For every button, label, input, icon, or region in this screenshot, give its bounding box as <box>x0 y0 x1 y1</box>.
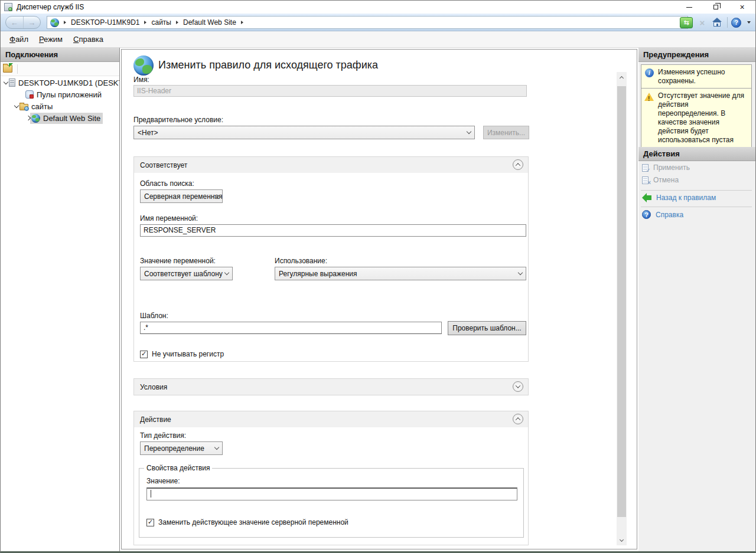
pattern-label: Шаблон: <box>140 312 168 320</box>
ignore-case-row: ✓ Не учитывать регистр <box>140 350 224 358</box>
chevron-up-icon <box>516 417 520 422</box>
precondition-label: Предварительное условие: <box>133 116 223 124</box>
usage-label: Использование: <box>275 257 327 265</box>
create-connection-icon[interactable] <box>3 65 12 73</box>
breadcrumb-arrow-icon <box>241 21 243 24</box>
tree-item-default-web-site[interactable]: Default Web Site <box>1 112 119 124</box>
breadcrumb-default-web-site[interactable]: Default Web Site <box>183 18 236 27</box>
precondition-value: <Нет> <box>138 129 158 137</box>
tree-item-server[interactable]: DESKTOP-U1MK9D1 (DESKTOP <box>1 77 119 89</box>
name-input: IIS-Header <box>133 85 527 97</box>
menu-file[interactable]: Файл <box>4 32 34 46</box>
replace-value-label: Заменить действующее значение серверной … <box>158 518 348 526</box>
window-title: Диспетчер служб IIS <box>17 3 84 11</box>
iis-manager-window: Диспетчер служб IIS × ← → DESKTOP-U1MK9D… <box>0 0 756 553</box>
warning-alert-text: Отсутствует значение для действия переоп… <box>658 91 744 153</box>
chevron-up-icon <box>516 163 520 168</box>
apply-label: Применить <box>653 163 690 172</box>
action-type-select[interactable]: Переопределение <box>140 441 223 455</box>
refresh-icon[interactable]: ⇆ <box>680 17 693 28</box>
match-section-title: Соответствует <box>140 161 187 169</box>
minimize-button[interactable] <box>676 1 702 14</box>
info-alert-text: Изменения успешно сохранены. <box>658 68 725 85</box>
breadcrumb-arrow-icon <box>176 21 178 24</box>
action-section-title: Действие <box>140 415 171 424</box>
page-globe-icon <box>133 55 154 76</box>
action-properties-legend: Свойства действия <box>144 464 212 472</box>
toolbar-separator <box>17 64 18 74</box>
help-icon[interactable]: ? <box>731 18 741 28</box>
back-button[interactable]: ← <box>6 17 24 28</box>
connections-tree: DESKTOP-U1MK9D1 (DESKTOP Пулы приложений… <box>1 77 119 551</box>
conditions-section-header[interactable]: Условия <box>134 379 528 395</box>
restore-button[interactable] <box>702 1 729 14</box>
toolbar-separator <box>727 17 728 28</box>
variable-name-input[interactable]: RESPONSE_SERVER <box>140 224 526 237</box>
cancel-action: × Отмена <box>642 176 679 184</box>
address-bar[interactable]: DESKTOP-U1MK9D1 сайты Default Web Site <box>47 16 688 29</box>
help-label[interactable]: Справка <box>656 211 683 219</box>
action-type-label: Тип действия: <box>140 431 186 440</box>
value-input[interactable] <box>146 487 517 500</box>
tree-item-app-pools[interactable]: Пулы приложений <box>1 89 119 100</box>
scope-select[interactable]: Серверная переменная <box>140 189 223 203</box>
help-action[interactable]: ? Справка <box>642 210 683 219</box>
close-icon: × <box>647 179 651 186</box>
breadcrumb-arrow-icon <box>144 21 146 24</box>
window-controls: × <box>676 1 755 14</box>
page-title: Изменить правило для исходящего трафика <box>158 59 378 71</box>
menu-help[interactable]: Справка <box>68 32 109 46</box>
collapse-section-button[interactable] <box>513 159 523 170</box>
variable-value-label: Значение переменной: <box>140 257 216 265</box>
tree-item-label: сайты <box>31 102 53 111</box>
forward-button[interactable]: → <box>24 17 41 28</box>
breadcrumb-server[interactable]: DESKTOP-U1MK9D1 <box>71 18 139 27</box>
action-properties-group: Свойства действия Значение: ✓ Заменить д… <box>139 468 524 538</box>
scope-value: Серверная переменная <box>144 192 223 201</box>
connections-panel: Подключения DESKTOP-U1MK9D1 (DESKTOP Пул… <box>1 48 120 551</box>
test-pattern-button[interactable]: Проверить шаблон... <box>448 321 526 335</box>
back-to-rules-label[interactable]: Назад к правилам <box>656 194 716 202</box>
menu-view[interactable]: Режим <box>34 32 68 46</box>
info-icon: i <box>645 68 654 77</box>
scroll-up-button[interactable] <box>617 72 627 82</box>
scope-label: Область поиска: <box>140 179 194 188</box>
variable-value-select[interactable]: Соответствует шаблону <box>140 267 233 280</box>
match-section: Соответствует Область поиска: Серверная … <box>133 156 529 362</box>
title-bar: Диспетчер служб IIS × <box>1 1 755 14</box>
collapse-section-button[interactable] <box>513 414 523 424</box>
actions-header: Действия <box>638 147 755 161</box>
close-button[interactable]: × <box>729 1 755 14</box>
conditions-section-title: Условия <box>140 383 167 391</box>
back-icon: ← <box>11 18 18 27</box>
scrollbar-thumb[interactable] <box>617 86 626 517</box>
name-label: Имя: <box>133 76 149 84</box>
scroll-down-button[interactable] <box>617 535 627 545</box>
chevron-down-icon <box>224 270 229 274</box>
back-to-rules-action[interactable]: Назад к правилам <box>642 194 716 202</box>
help-dropdown-arrow-icon[interactable] <box>747 21 751 24</box>
main-scrollbar[interactable] <box>617 72 627 545</box>
precondition-select[interactable]: <Нет> <box>133 126 475 139</box>
app-pools-icon <box>25 90 34 99</box>
ignore-case-checkbox[interactable]: ✓ <box>140 351 148 358</box>
usage-select[interactable]: Регулярные выражения <box>275 267 526 280</box>
breadcrumb-sites[interactable]: сайты <box>151 18 171 27</box>
right-panel: Предупреждения i Изменения успешно сохра… <box>638 48 755 551</box>
usage-value: Регулярные выражения <box>279 270 357 278</box>
match-section-header[interactable]: Соответствует <box>134 157 528 173</box>
check-icon: ✓ <box>148 519 153 525</box>
tree-item-label: DESKTOP-U1MK9D1 (DESKTOP <box>18 78 119 87</box>
help-circle-icon: ? <box>642 210 651 219</box>
home-icon[interactable] <box>712 18 722 27</box>
menu-bar: Файл Режим Справка <box>1 31 755 48</box>
check-icon: ✓ <box>141 351 146 357</box>
expand-section-button[interactable] <box>513 381 523 392</box>
tree-item-sites[interactable]: сайты <box>1 100 119 112</box>
toolbar-icons: ⇆ × ? <box>680 14 755 31</box>
replace-value-checkbox[interactable]: ✓ <box>146 519 154 526</box>
ignore-case-label: Не учитывать регистр <box>152 350 224 358</box>
action-section-header[interactable]: Действие <box>134 411 528 427</box>
pattern-input[interactable]: .* <box>140 322 442 334</box>
warning-icon: ! <box>644 93 654 101</box>
